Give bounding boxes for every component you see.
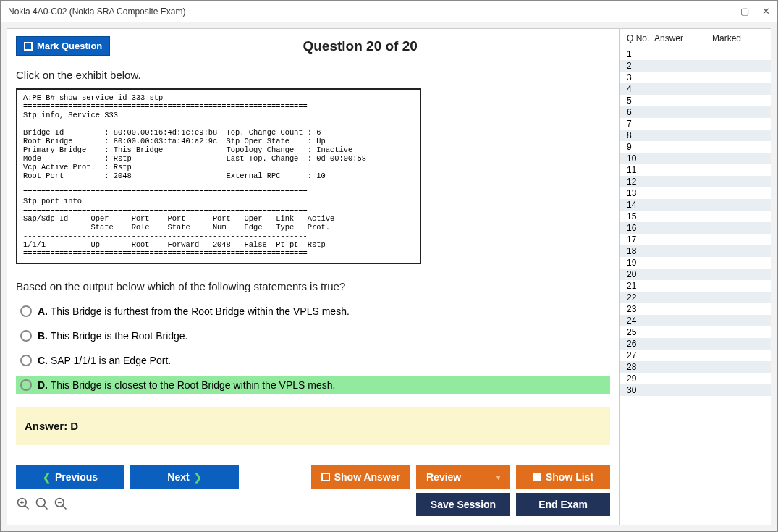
checkbox-icon (321, 473, 330, 481)
mark-question-button[interactable]: Mark Question (16, 36, 110, 56)
panel-header: Q No. Answer Marked (620, 29, 771, 48)
show-list-button[interactable]: Show List (516, 465, 610, 489)
svg-point-4 (37, 498, 46, 507)
question-row[interactable]: 5 (620, 95, 771, 106)
qno-cell: 19 (622, 258, 654, 268)
question-row[interactable]: 20 (620, 269, 771, 280)
svg-line-5 (44, 505, 48, 509)
question-intro: Click on the exhibit below. (16, 69, 610, 81)
question-row[interactable]: 13 (620, 187, 771, 199)
zoom-in-icon[interactable] (16, 497, 30, 513)
question-row[interactable]: 3 (620, 72, 771, 83)
option-label: A. This Bridge is furthest from the Root… (38, 305, 350, 317)
review-button[interactable]: Review ▾ (416, 465, 510, 489)
review-label: Review (426, 471, 461, 483)
qno-cell: 2 (622, 61, 654, 71)
question-row[interactable]: 6 (620, 106, 771, 118)
answer-box: Answer: D (16, 407, 610, 445)
radio-icon (20, 330, 32, 342)
question-row[interactable]: 21 (620, 280, 771, 292)
chevron-left-icon: ❮ (43, 472, 51, 483)
qno-cell: 9 (622, 142, 654, 152)
qno-cell: 28 (622, 362, 654, 372)
question-row[interactable]: 18 (620, 245, 771, 257)
chevron-down-icon: ▾ (496, 473, 500, 481)
qno-cell: 1 (622, 49, 654, 59)
option-B[interactable]: B. This Bridge is the Root Bridge. (16, 327, 610, 345)
next-button[interactable]: Next ❯ (130, 465, 239, 489)
mark-button-label: Mark Question (37, 41, 102, 51)
question-body: Click on the exhibit below. A:PE-B# show… (7, 62, 619, 458)
qno-cell: 11 (622, 165, 654, 175)
main-area: Mark Question Question 20 of 20 Click on… (7, 29, 619, 525)
question-row[interactable]: 2 (620, 60, 771, 72)
options-list: A. This Bridge is furthest from the Root… (16, 303, 610, 394)
window-controls: — ▢ ✕ (718, 6, 770, 17)
close-icon[interactable]: ✕ (762, 6, 770, 17)
previous-label: Previous (55, 471, 98, 483)
question-row[interactable]: 11 (620, 164, 771, 176)
question-row[interactable]: 28 (620, 361, 771, 373)
radio-icon (20, 305, 32, 317)
question-row[interactable]: 23 (620, 303, 771, 315)
question-header: Question 20 of 20 (110, 38, 610, 54)
qno-cell: 5 (622, 96, 654, 106)
option-C[interactable]: C. SAP 1/1/1 is an Edge Port. (16, 352, 610, 369)
question-row[interactable]: 16 (620, 222, 771, 234)
qno-cell: 7 (622, 119, 654, 129)
question-row[interactable]: 30 (620, 384, 771, 396)
question-row[interactable]: 24 (620, 315, 771, 326)
content-outer: Mark Question Question 20 of 20 Click on… (1, 22, 777, 531)
question-row[interactable]: 22 (620, 292, 771, 303)
col-marked: Marked (712, 33, 768, 43)
show-answer-button[interactable]: Show Answer (311, 465, 410, 489)
zoom-icon[interactable] (35, 497, 49, 513)
question-row[interactable]: 10 (620, 153, 771, 164)
question-row[interactable]: 29 (620, 373, 771, 384)
question-row[interactable]: 4 (620, 83, 771, 95)
zoom-out-icon[interactable] (54, 497, 68, 513)
qno-cell: 14 (622, 200, 654, 210)
maximize-icon[interactable]: ▢ (740, 6, 749, 17)
question-row[interactable]: 9 (620, 141, 771, 153)
question-row[interactable]: 8 (620, 130, 771, 141)
radio-icon (20, 379, 32, 391)
question-row[interactable]: 12 (620, 176, 771, 187)
col-answer: Answer (654, 33, 712, 43)
qno-cell: 21 (622, 281, 654, 291)
minimize-icon[interactable]: — (718, 6, 727, 17)
qno-cell: 25 (622, 327, 654, 337)
qno-cell: 27 (622, 350, 654, 360)
qno-cell: 12 (622, 177, 654, 187)
qno-cell: 29 (622, 373, 654, 384)
question-row[interactable]: 19 (620, 257, 771, 269)
option-label: D. This Bridge is closest to the Root Br… (38, 379, 335, 391)
qno-cell: 10 (622, 153, 654, 164)
question-list[interactable]: 1234567891011121314151617181920212223242… (620, 48, 771, 525)
end-exam-button[interactable]: End Exam (516, 493, 610, 516)
option-A[interactable]: A. This Bridge is furthest from the Root… (16, 303, 610, 320)
question-row[interactable]: 7 (620, 118, 771, 130)
question-row[interactable]: 17 (620, 234, 771, 245)
end-exam-label: End Exam (538, 499, 588, 510)
qno-cell: 22 (622, 292, 654, 303)
save-session-button[interactable]: Save Session (416, 493, 510, 516)
exhibit-image[interactable]: A:PE-B# show service id 333 stp ========… (16, 88, 421, 264)
titlebar: Nokia 4A0-C02 (Nokia SRA Composite Exam)… (1, 1, 777, 22)
radio-icon (20, 355, 32, 366)
question-prompt: Based on the output below which of the f… (16, 280, 610, 292)
previous-button[interactable]: ❮ Previous (16, 465, 124, 489)
question-row[interactable]: 27 (620, 350, 771, 361)
option-D[interactable]: D. This Bridge is closest to the Root Br… (16, 376, 610, 394)
col-qno: Q No. (622, 33, 654, 43)
question-row[interactable]: 1 (620, 48, 771, 60)
question-row[interactable]: 14 (620, 199, 771, 211)
qno-cell: 26 (622, 339, 654, 349)
button-row-1: ❮ Previous Next ❯ Show Answer (7, 458, 619, 493)
content-inner: Mark Question Question 20 of 20 Click on… (7, 28, 771, 525)
question-row[interactable]: 26 (620, 338, 771, 350)
question-row[interactable]: 15 (620, 211, 771, 222)
question-row[interactable]: 25 (620, 326, 771, 338)
show-list-label: Show List (546, 471, 593, 483)
svg-line-7 (63, 505, 67, 509)
